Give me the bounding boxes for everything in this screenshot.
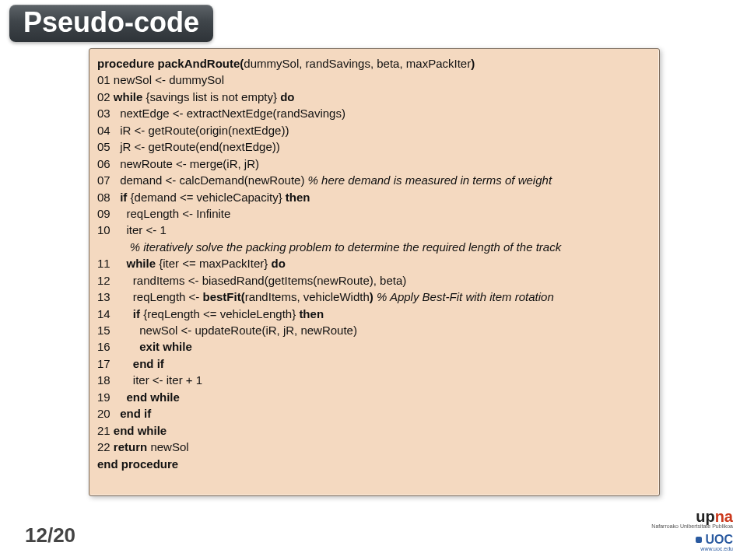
upna-logo: upna [651,508,733,525]
code-line: 03 nextEdge <- extractNextEdge(randSavin… [97,105,651,121]
code-line: 08 if {demand <= vehicleCapacity} then [97,189,651,205]
code-line: 20 end if [97,405,651,422]
code-line: 16 exit while [97,338,651,355]
slide: Pseudo-code procedure packAndRoute(dummy… [0,0,747,560]
code-line: 09 reqLength <- Infinite [97,205,651,222]
code-line: 07 demand <- calcDemand(newRoute) % here… [97,172,651,188]
code-line: end procedure [97,456,651,472]
code-line: 11 while {iter <= maxPackIter} do [97,255,651,271]
code-line: 17 end if [97,355,651,372]
code-line: % iteratively solve the packing problem … [97,239,651,255]
title-bar: Pseudo-code [0,0,747,40]
code-line: 21 end while [97,422,651,439]
code-line: 22 return newSol [97,439,651,455]
code-line: 13 reqLength <- bestFit(randItems, vehic… [97,289,651,305]
code-line: 14 if {reqLength <= vehicleLength} then [97,306,651,322]
code-line: 04 iR <- getRoute(origin(nextEdge)) [97,122,651,138]
logo-block: upna Nafarroako Unibertsitate Publikoa U… [651,508,733,552]
slide-title: Pseudo-code [9,5,213,42]
page-number: 12/20 [25,523,75,548]
uoc-subtitle: www.uoc.edu [651,546,733,552]
upna-subtitle: Nafarroako Unibertsitate Publikoa [651,523,733,530]
code-line: 15 newSol <- updateRoute(iR, jR, newRout… [97,322,651,338]
code-line: 02 while {savings list is not empty} do [97,89,651,105]
code-line: 19 end while [97,389,651,405]
code-line: 01 newSol <- dummySol [97,72,651,88]
code-line: 06 newRoute <- merge(iR, jR) [97,156,651,172]
code-line: 10 iter <- 1 [97,222,651,238]
code-line: 18 iter <- iter + 1 [97,372,651,388]
pseudocode-box: procedure packAndRoute(dummySol, randSav… [89,48,660,496]
code-line: 12 randItems <- biasedRand(getItems(newR… [97,272,651,289]
code-line: procedure packAndRoute(dummySol, randSav… [97,55,651,72]
code-line: 05 jR <- getRoute(end(nextEdge)) [97,138,651,155]
square-icon [696,537,702,543]
uoc-logo: UOC [651,533,733,547]
